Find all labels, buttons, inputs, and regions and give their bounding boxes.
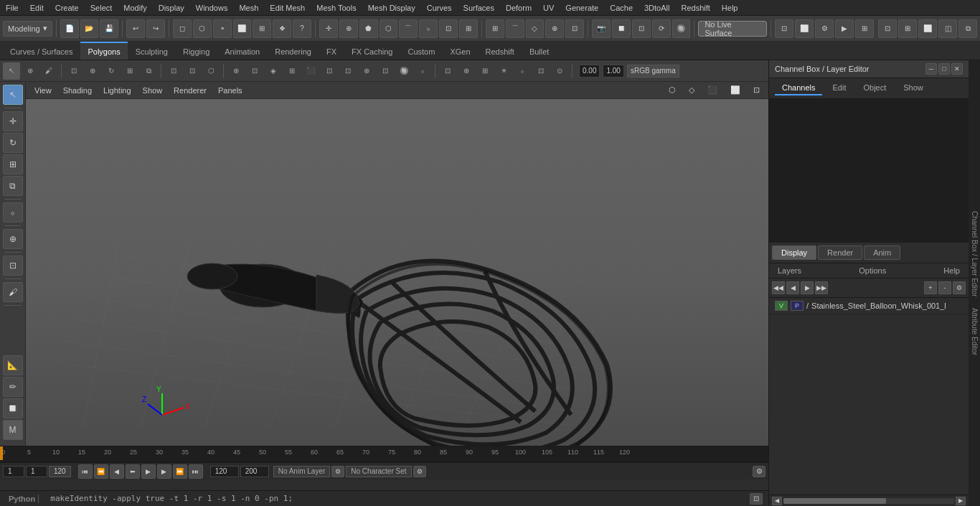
snap-together-btn[interactable]: ⊕	[3, 229, 23, 249]
wireframe-btn[interactable]: ⊡	[439, 62, 456, 80]
move-tool-btn[interactable]: ✛	[3, 111, 23, 131]
menu-mesh-display[interactable]: Mesh Display	[362, 2, 421, 14]
play-forward-btn[interactable]: ▶	[141, 464, 156, 479]
poly-btn[interactable]: ⬡	[380, 19, 398, 38]
next-frame-btn[interactable]: ⏩	[173, 464, 187, 479]
boolean-btn[interactable]: ⊡	[377, 62, 394, 80]
menu-cache[interactable]: Cache	[604, 2, 639, 14]
history-btn[interactable]: ⟳	[652, 19, 671, 38]
menu-display[interactable]: Display	[153, 2, 190, 14]
render-view-btn[interactable]: ⬜	[795, 19, 814, 38]
layer-scroll-right[interactable]: ▶	[956, 497, 966, 505]
menu-modify[interactable]: Modify	[118, 2, 152, 14]
retopo-btn[interactable]: ⬦	[414, 62, 431, 80]
render-settings-btn[interactable]: ⊡	[775, 19, 793, 38]
cb-tab-edit[interactable]: Edit	[825, 81, 853, 95]
menu-surfaces[interactable]: Surfaces	[458, 2, 500, 14]
soft-select-btn[interactable]: ❖	[273, 19, 291, 38]
ws-tab-fx-caching[interactable]: FX Caching	[344, 42, 400, 60]
colorspace-dropdown[interactable]: sRGB gamma	[627, 65, 679, 78]
layer-playback[interactable]: P	[791, 301, 804, 311]
snap-point-btn[interactable]: ◇	[526, 19, 545, 38]
open-file-btn[interactable]: 📂	[80, 19, 99, 38]
combine-btn[interactable]: ⊞	[283, 62, 301, 80]
lor-help[interactable]: Help	[941, 265, 963, 276]
ws-tab-animation[interactable]: Animation	[217, 42, 267, 60]
vp-uv-mode[interactable]: ⊡	[748, 83, 765, 97]
menu-edit[interactable]: Edit	[24, 2, 50, 14]
menu-edit-mesh[interactable]: Edit Mesh	[264, 2, 311, 14]
play-back-btn[interactable]: ⬅	[126, 464, 140, 479]
snap-btn[interactable]: ⊞	[253, 19, 271, 38]
extrude-btn[interactable]: ⊕	[227, 62, 245, 80]
coord-y[interactable]: 1.00	[603, 65, 623, 78]
soft-select-btn[interactable]: ⬦	[3, 202, 23, 222]
snap-view-btn[interactable]: ⊕	[545, 19, 564, 38]
vp-menu-panels[interactable]: Panels	[212, 84, 248, 97]
menu-windows[interactable]: Windows	[190, 2, 234, 14]
sym-btn[interactable]: ⊞	[459, 19, 478, 38]
workspace-dropdown[interactable]: Modeling ▾	[3, 21, 52, 37]
ao-btn[interactable]: ⊡	[532, 62, 550, 80]
layout4-btn[interactable]: ◫	[938, 19, 957, 38]
menu-3dtoall[interactable]: 3DtoAll	[639, 2, 675, 14]
vp-menu-shading[interactable]: Shading	[57, 84, 98, 97]
save-file-btn[interactable]: 💾	[100, 19, 118, 38]
scale-tool-btn[interactable]: ⊞	[3, 154, 23, 174]
menu-redshift[interactable]: Redshift	[675, 2, 715, 14]
merge-btn[interactable]: ⊡	[339, 62, 357, 80]
layer-remove-btn[interactable]: -	[938, 281, 951, 294]
vp-menu-view[interactable]: View	[29, 84, 57, 97]
vp-component-mode[interactable]: ⬡	[663, 83, 682, 97]
layout2-btn[interactable]: ⊞	[898, 19, 917, 38]
menu-curves[interactable]: Curves	[421, 2, 458, 14]
separate-btn[interactable]: ⬛	[302, 62, 319, 80]
layer-nav-next[interactable]: ▶	[801, 281, 814, 294]
script-editor-btn[interactable]: ⊡	[750, 493, 763, 505]
viewport-3d[interactable]: X Y Z persp	[26, 99, 768, 446]
render2-btn[interactable]: 🔲	[612, 19, 631, 38]
layout-btn[interactable]: ⊡	[439, 19, 458, 38]
cb-maximize-btn[interactable]: □	[938, 63, 950, 75]
lor-layers[interactable]: Layers	[775, 265, 804, 276]
bridge-btn[interactable]: ⊡	[246, 62, 263, 80]
live-surface-btn[interactable]: No Live Surface	[698, 21, 767, 37]
menu-select[interactable]: Select	[85, 2, 118, 14]
move-mode-btn[interactable]: ⊕	[339, 19, 358, 38]
coord-x[interactable]: 0.00	[579, 65, 600, 78]
cb-close-btn[interactable]: ✕	[951, 63, 963, 75]
textured-btn[interactable]: ⊞	[476, 62, 494, 80]
maya-logo-btn[interactable]: M	[3, 420, 23, 440]
shaded-btn[interactable]: ⊕	[458, 62, 475, 80]
char-set-dropdown[interactable]: No Character Set	[346, 466, 411, 477]
select-mode-btn[interactable]: ◻	[173, 19, 192, 38]
multi-select-tool[interactable]: ⊕	[22, 62, 39, 80]
select-mode-btn[interactable]: ↖	[3, 85, 23, 105]
ws-tab-curves[interactable]: Curves / Surfaces	[3, 42, 80, 60]
fill-hole-btn[interactable]: ⊡	[321, 62, 338, 80]
frame2-field[interactable]: 1	[26, 466, 47, 477]
bevel-btn[interactable]: ◈	[265, 62, 282, 80]
sculpt-btn[interactable]: ⬦	[419, 19, 438, 38]
vp-menu-show[interactable]: Show	[137, 84, 169, 97]
drt-tab-display[interactable]: Display	[772, 245, 816, 260]
snap-curve-btn[interactable]: ⌒	[506, 19, 524, 38]
measure-tool-btn[interactable]: 📐	[3, 355, 23, 375]
snap-surface-btn[interactable]: ⊡	[565, 19, 584, 38]
end-frame-field[interactable]: 120	[210, 466, 239, 477]
ws-tab-redshift[interactable]: Redshift	[479, 42, 522, 60]
help-line-btn[interactable]: ?	[293, 19, 311, 38]
ws-tab-bullet[interactable]: Bullet	[522, 42, 557, 60]
vp-edge-mode[interactable]: ⬛	[702, 83, 723, 97]
universal-manip-btn[interactable]: ⧉	[3, 176, 23, 196]
vp-menu-renderer[interactable]: Renderer	[168, 84, 212, 97]
select-tool[interactable]: ↖	[3, 62, 20, 80]
move-tool-btn[interactable]: ✛	[319, 19, 338, 38]
vp-menu-lighting[interactable]: Lighting	[98, 84, 137, 97]
show-manipulator-btn[interactable]: ⊡	[3, 256, 23, 276]
attribute-editor-sidebar-label[interactable]: Attribute Editor	[969, 305, 980, 358]
ws-tab-polygons[interactable]: Polygons	[80, 42, 127, 60]
grease-pencil-btn[interactable]: 🔲	[3, 398, 23, 418]
show-all-btn[interactable]: ⊡	[165, 62, 182, 80]
cb-minimize-btn[interactable]: ─	[925, 63, 937, 75]
